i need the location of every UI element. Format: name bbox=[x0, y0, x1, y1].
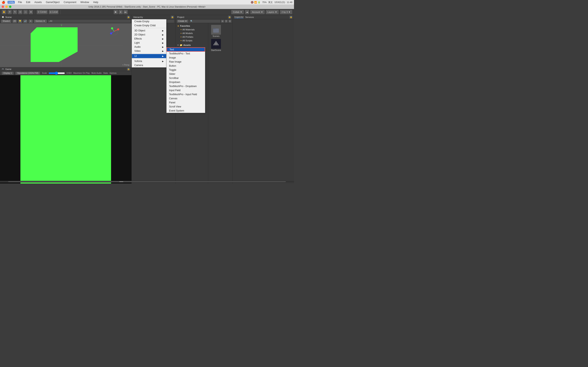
submenu-panel[interactable]: Panel bbox=[167, 100, 205, 105]
all-prefabs[interactable]: ● All Prefabs bbox=[176, 35, 207, 39]
inspector-tab[interactable]: Inspector bbox=[234, 16, 243, 18]
audio-toggle[interactable]: 🔊 bbox=[23, 19, 27, 23]
play-button[interactable]: ▶ bbox=[113, 10, 118, 14]
hierarchy-panel: Hierarchy 🔒 Create ▼ ⌕All Create Empty C… bbox=[132, 15, 176, 184]
submenu-textmeshpro-dropdown[interactable]: TextMeshPro - Dropdown bbox=[167, 84, 205, 88]
game-tab[interactable]: Game bbox=[5, 68, 11, 70]
project-create-btn[interactable]: Create ▼ bbox=[177, 20, 189, 23]
menu-create-empty[interactable]: Create Empty bbox=[132, 19, 166, 24]
submenu-input-field[interactable]: Input Field bbox=[167, 88, 205, 92]
account-dropdown[interactable]: Account ▼ bbox=[250, 10, 265, 14]
menu-create-empty-child[interactable]: Create Empty Child bbox=[132, 24, 166, 27]
scene-lock[interactable]: 🔒 bbox=[127, 16, 130, 18]
scene-tab[interactable]: Scene bbox=[5, 16, 12, 18]
local-toggle[interactable]: ◎ Local bbox=[49, 10, 59, 14]
close-button[interactable] bbox=[2, 6, 4, 8]
all-prefabs-icon: ● bbox=[181, 36, 182, 38]
project-lock[interactable]: 🔒 bbox=[228, 16, 231, 18]
gizmos-dropdown[interactable]: Gizmos ▼ bbox=[34, 19, 47, 23]
submenu-scroll-view[interactable]: Scroll View bbox=[167, 105, 205, 109]
resolution-dropdown[interactable]: Standalone (1024x768) bbox=[15, 72, 40, 75]
submenu-text[interactable]: Text bbox=[167, 48, 205, 52]
project-settings[interactable]: ⚙ bbox=[228, 20, 231, 23]
stats-btn[interactable]: Stats bbox=[103, 72, 108, 74]
pause-button[interactable]: ⏸ bbox=[118, 10, 123, 14]
menu-effects[interactable]: Effects ▶ bbox=[132, 37, 166, 41]
project-assets-area: Scenes StartScene bbox=[208, 23, 233, 184]
assets-section[interactable]: ▼ 📁 Assets bbox=[176, 43, 207, 47]
component-menu[interactable]: Component bbox=[63, 1, 77, 4]
collab-button[interactable]: Collab ▼ bbox=[231, 10, 244, 14]
unity-menu[interactable]: Unity bbox=[8, 1, 15, 4]
game-lock[interactable]: 🔒 bbox=[127, 68, 130, 71]
move-tool[interactable]: ✛ bbox=[7, 10, 12, 14]
submenu-slider[interactable]: Slider bbox=[167, 72, 205, 76]
help-menu[interactable]: Help bbox=[92, 1, 99, 4]
scale-tool[interactable]: ⊡ bbox=[18, 10, 22, 14]
rect-tool[interactable]: ▭ bbox=[23, 10, 28, 14]
startscene-asset[interactable]: StartScene bbox=[210, 39, 222, 51]
submenu-button[interactable]: Button bbox=[167, 64, 205, 68]
menu-2d-object[interactable]: 2D Object ▶ bbox=[132, 33, 166, 37]
favorites-star: ★ bbox=[177, 25, 179, 27]
scenes-asset[interactable]: Scenes bbox=[210, 25, 222, 37]
lighting-toggle[interactable]: 💡 bbox=[18, 19, 22, 23]
step-button[interactable]: ⏭ bbox=[123, 10, 128, 14]
mute-btn[interactable]: Mute Audio bbox=[91, 72, 102, 74]
minimize-button[interactable] bbox=[5, 6, 8, 8]
menu-camera[interactable]: Camera bbox=[132, 63, 166, 67]
submenu-image[interactable]: Image bbox=[167, 56, 205, 60]
shaded-dropdown[interactable]: Shaded bbox=[1, 19, 11, 23]
gameobject-menu[interactable]: GameObject bbox=[45, 1, 60, 4]
project-scrollbar[interactable] bbox=[0, 181, 294, 183]
favorites-section[interactable]: ★ Favorites bbox=[176, 24, 207, 28]
layers-dropdown[interactable]: Layers ▼ bbox=[266, 10, 279, 14]
cloud-button[interactable]: ☁ bbox=[245, 10, 249, 14]
submenu-raw-image[interactable]: Raw Image bbox=[167, 60, 205, 64]
menu-ui[interactable]: UI ▶ bbox=[132, 54, 166, 58]
hand-tool[interactable]: ✋ bbox=[2, 10, 7, 14]
window-menu[interactable]: Window bbox=[80, 1, 90, 4]
menu-3d-object[interactable]: 3D Object ▶ bbox=[132, 29, 166, 33]
submenu-toggle[interactable]: Toggle bbox=[167, 68, 205, 72]
2d-toggle[interactable]: 2D bbox=[12, 19, 17, 23]
submenu-textmeshpro-input[interactable]: TextMeshPro - Input Field bbox=[167, 92, 205, 96]
inspector-lock[interactable]: 🔒 bbox=[290, 16, 292, 18]
gizmos-btn[interactable]: Gizmos bbox=[110, 72, 117, 74]
edit-menu[interactable]: Edit bbox=[25, 1, 31, 4]
hierarchy-lock[interactable]: 🔒 bbox=[171, 16, 174, 18]
menu-vuforia[interactable]: Vuforia ▶ bbox=[132, 59, 166, 63]
all-models[interactable]: ● All Models bbox=[176, 31, 207, 35]
mac-time: 11:48 bbox=[287, 1, 292, 3]
menu-3d-arrow: ▶ bbox=[162, 30, 164, 32]
menu-light[interactable]: Light ▶ bbox=[132, 41, 166, 45]
project-search[interactable]: 🔍 bbox=[189, 20, 220, 23]
project-filter[interactable]: ☰ bbox=[225, 20, 228, 23]
file-menu[interactable]: File bbox=[17, 1, 23, 4]
project-view-toggle[interactable]: ⊞ bbox=[221, 20, 224, 23]
submenu-event-system[interactable]: Event System bbox=[167, 109, 205, 113]
submenu-scrollbar[interactable]: Scrollbar bbox=[167, 76, 205, 80]
center-toggle[interactable]: ⊙ Center bbox=[36, 10, 48, 14]
persp-label: < Persp bbox=[122, 64, 130, 66]
fx-toggle[interactable]: ✦ bbox=[28, 19, 33, 23]
scale-slider[interactable] bbox=[49, 72, 65, 74]
maximize-button[interactable] bbox=[9, 6, 11, 8]
maximize-btn[interactable]: Maximize On Play bbox=[73, 72, 90, 74]
all-scripts[interactable]: ● All Scripts bbox=[176, 39, 207, 42]
submenu-dropdown[interactable]: Dropdown bbox=[167, 80, 205, 84]
all-materials[interactable]: ● All Materials bbox=[176, 28, 207, 31]
scene-search[interactable]: ⌕All bbox=[48, 20, 131, 23]
services-tab[interactable]: Services bbox=[245, 16, 254, 18]
submenu-canvas[interactable]: Canvas bbox=[167, 96, 205, 100]
display-dropdown[interactable]: Display 1 bbox=[2, 72, 14, 75]
menu-audio[interactable]: Audio ▶ bbox=[132, 45, 166, 49]
assets-menu[interactable]: Assets bbox=[34, 1, 43, 4]
project-title: Project bbox=[177, 16, 184, 18]
layout-dropdown[interactable]: 2 by 3 ▼ bbox=[280, 10, 292, 14]
submenu-textmeshpro-text[interactable]: TextMeshPro - Text bbox=[167, 52, 205, 56]
menu-video[interactable]: Video ▶ bbox=[132, 49, 166, 53]
rotate-tool[interactable]: ↻ bbox=[13, 10, 17, 14]
transform-tool[interactable]: ⊕ bbox=[29, 10, 33, 14]
apple-icon[interactable]: 🍎 bbox=[2, 1, 5, 4]
